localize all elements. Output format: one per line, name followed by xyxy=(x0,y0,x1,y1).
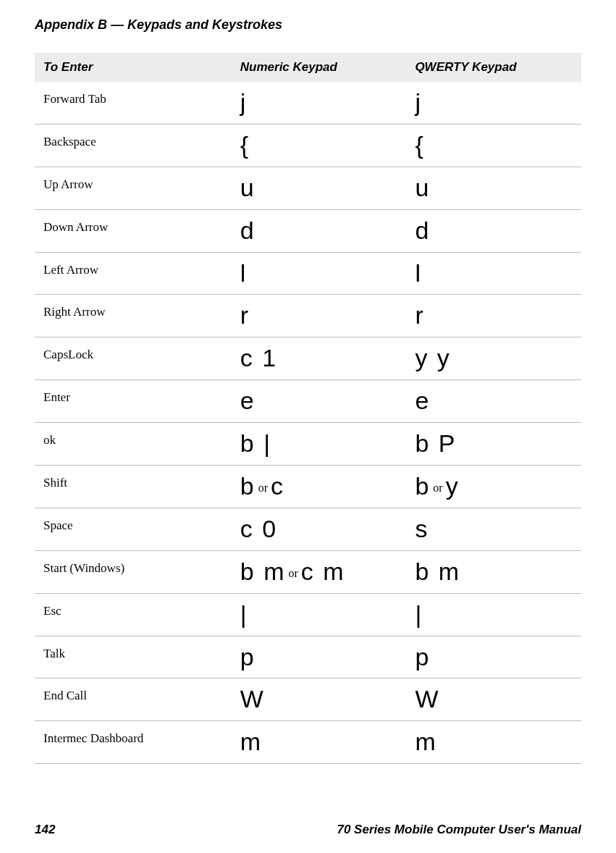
key-glyph: b xyxy=(415,429,430,457)
key-glyph: b xyxy=(240,429,256,457)
key-glyph: | xyxy=(415,600,423,628)
qwerty-cell: m xyxy=(406,721,581,764)
numeric-cell: u xyxy=(232,167,407,209)
numeric-cell: borc xyxy=(232,466,407,508)
key-glyph: | xyxy=(263,429,271,457)
numeric-cell: b | xyxy=(232,423,407,466)
qwerty-cell: p xyxy=(406,636,581,678)
table-row: Enteree xyxy=(35,380,581,423)
key-glyph: b xyxy=(415,558,430,585)
numeric-cell: r xyxy=(232,295,407,337)
table-row: Start (Windows)b morc mb m xyxy=(35,550,581,593)
key-glyph: c xyxy=(240,344,254,371)
table-row: Up Arrowuu xyxy=(35,167,581,209)
key-glyph: l xyxy=(240,259,248,287)
table-row: Down Arrowdd xyxy=(35,209,581,252)
numeric-cell: | xyxy=(232,593,407,636)
key-glyph: m xyxy=(439,558,460,585)
or-label: or xyxy=(256,482,271,494)
header-numeric-keypad: Numeric Keypad xyxy=(232,53,407,82)
qwerty-cell: l xyxy=(406,252,581,295)
key-glyph: m xyxy=(240,728,262,755)
table-row: Forward Tabjj xyxy=(35,82,581,124)
table-row: Backspace{{ xyxy=(35,124,581,167)
qwerty-cell: b P xyxy=(406,423,581,466)
qwerty-cell: j xyxy=(406,82,581,124)
qwerty-cell: W xyxy=(406,678,581,721)
qwerty-cell: b m xyxy=(406,550,581,593)
keystroke-table: To Enter Numeric Keypad QWERTY Keypad Fo… xyxy=(35,53,581,764)
key-glyph: r xyxy=(240,301,250,329)
appendix-title: Appendix B — Keypads and Keystrokes xyxy=(35,17,581,33)
key-glyph: 0 xyxy=(262,515,277,542)
key-glyph: { xyxy=(240,131,250,159)
row-label: Left Arrow xyxy=(35,252,232,295)
qwerty-cell: y y xyxy=(406,337,581,380)
page: Appendix B — Keypads and Keystrokes To E… xyxy=(0,0,616,853)
table-row: Intermec Dashboardmm xyxy=(35,721,581,764)
key-glyph: m xyxy=(323,558,345,585)
table-header-row: To Enter Numeric Keypad QWERTY Keypad xyxy=(35,53,581,82)
numeric-cell: { xyxy=(232,124,407,167)
key-glyph: d xyxy=(415,217,430,244)
numeric-cell: c 0 xyxy=(232,508,407,550)
key-glyph: c xyxy=(271,472,284,500)
table-row: Shiftborcbory xyxy=(35,466,581,508)
row-label: Down Arrow xyxy=(35,209,232,252)
key-glyph: { xyxy=(415,131,424,159)
key-glyph: b xyxy=(240,558,256,585)
row-label: Start (Windows) xyxy=(35,550,232,593)
key-glyph: b xyxy=(415,472,430,500)
key-glyph: r xyxy=(415,301,424,329)
numeric-cell: m xyxy=(232,721,407,764)
key-glyph: j xyxy=(415,88,422,116)
table-row: Esc|| xyxy=(35,593,581,636)
table-row: Right Arrowrr xyxy=(35,295,581,337)
key-glyph: W xyxy=(415,685,439,713)
page-footer: 142 70 Series Mobile Computer User's Man… xyxy=(35,823,581,837)
key-glyph: e xyxy=(240,387,256,414)
numeric-cell: c 1 xyxy=(232,337,407,380)
numeric-cell: j xyxy=(232,82,407,124)
header-qwerty-keypad: QWERTY Keypad xyxy=(406,53,581,82)
qwerty-cell: r xyxy=(406,295,581,337)
key-glyph: m xyxy=(415,728,436,755)
row-label: ok xyxy=(35,423,232,466)
key-glyph: e xyxy=(415,387,430,414)
key-glyph: l xyxy=(415,259,422,287)
table-row: Talkpp xyxy=(35,636,581,678)
key-glyph: j xyxy=(240,88,248,116)
table-row: End CallWW xyxy=(35,678,581,721)
qwerty-cell: u xyxy=(406,167,581,209)
row-label: Esc xyxy=(35,593,232,636)
qwerty-cell: d xyxy=(406,209,581,252)
key-glyph: u xyxy=(240,174,256,201)
key-glyph: y xyxy=(446,472,460,500)
numeric-cell: b morc m xyxy=(232,550,407,593)
row-label: CapsLock xyxy=(35,337,232,380)
row-label: Backspace xyxy=(35,124,232,167)
row-label: End Call xyxy=(35,678,232,721)
key-glyph: m xyxy=(263,558,285,585)
row-label: Shift xyxy=(35,466,232,508)
key-glyph: 1 xyxy=(262,344,277,371)
key-glyph: d xyxy=(240,217,256,244)
or-label: or xyxy=(286,567,301,579)
row-label: Right Arrow xyxy=(35,295,232,337)
row-label: Space xyxy=(35,508,232,550)
row-label: Intermec Dashboard xyxy=(35,721,232,764)
qwerty-cell: { xyxy=(406,124,581,167)
key-glyph: y xyxy=(437,344,451,371)
numeric-cell: l xyxy=(232,252,407,295)
row-label: Forward Tab xyxy=(35,82,232,124)
key-glyph: P xyxy=(439,429,457,457)
numeric-cell: W xyxy=(232,678,407,721)
qwerty-cell: | xyxy=(406,593,581,636)
qwerty-cell: e xyxy=(406,380,581,423)
key-glyph: W xyxy=(240,685,265,713)
numeric-cell: p xyxy=(232,636,407,678)
row-label: Up Arrow xyxy=(35,167,232,209)
key-glyph: | xyxy=(240,600,248,628)
key-glyph: y xyxy=(415,344,429,371)
row-label: Enter xyxy=(35,380,232,423)
